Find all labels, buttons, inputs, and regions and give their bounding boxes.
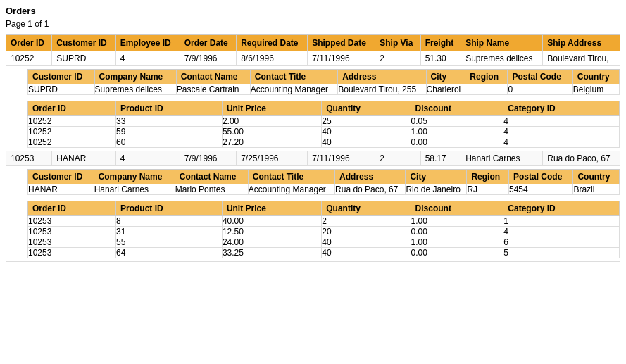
det-product-id: 55 — [115, 237, 222, 248]
det-col-order-id: Order ID — [28, 101, 116, 116]
cust-title: Accounting Manager — [248, 184, 334, 195]
detail-data-row: 10252 60 27.20 40 0.00 4 — [28, 137, 620, 148]
cust-postal: 5454 — [509, 184, 573, 195]
cust-col-city: City — [406, 170, 467, 184]
col-shipped-date: Shipped Date — [308, 35, 375, 51]
cell-freight: 58.17 — [420, 151, 461, 166]
inner-detail: Customer ID Company Name Contact Name Co… — [6, 66, 620, 151]
cell-freight: 51.30 — [420, 51, 461, 66]
cust-address: Boulevard Tirou, 255 — [338, 84, 426, 95]
cust-col-country: Country — [573, 170, 620, 184]
cust-country: Brazil — [573, 184, 620, 195]
cell-order-date: 7/9/1996 — [180, 51, 236, 66]
cust-company: Hanari Carnes — [94, 184, 175, 195]
cell-employee-id: 4 — [115, 51, 180, 66]
cust-postal: 0 — [508, 84, 572, 95]
customer-header-row: Customer ID Company Name Contact Name Co… — [28, 70, 620, 84]
cust-id: HANAR — [28, 184, 94, 195]
col-ship-via: Ship Via — [375, 35, 420, 51]
det-category-id: 4 — [503, 227, 620, 237]
cell-employee-id: 4 — [115, 151, 180, 166]
cust-col-address: Address — [335, 170, 406, 184]
customer-header-row: Customer ID Company Name Contact Name Co… — [28, 170, 620, 184]
customer-sub-table: Customer ID Company Name Contact Name Co… — [27, 69, 620, 95]
cust-col-country: Country — [572, 70, 619, 84]
detail-header-row: Order ID Product ID Unit Price Quantity … — [28, 201, 620, 216]
cust-id: SUPRD — [28, 84, 95, 95]
det-unit-price: 24.00 — [222, 237, 321, 248]
det-unit-price: 27.20 — [222, 137, 321, 148]
cell-order-date: 7/9/1996 — [180, 151, 236, 166]
cust-company: Supremes delices — [94, 84, 176, 95]
cell-required-date: 8/6/1996 — [237, 51, 308, 66]
det-col-category-id: Category ID — [503, 101, 620, 116]
det-category-id: 4 — [503, 137, 620, 148]
cust-city: Rio de Janeiro — [406, 184, 467, 195]
det-category-id: 4 — [503, 127, 620, 137]
det-discount: 0.00 — [411, 227, 503, 237]
cust-col-region: Region — [467, 170, 509, 184]
cust-col-postal: Postal Code — [508, 70, 572, 84]
det-quantity: 40 — [322, 237, 411, 248]
main-table: Order ID Customer ID Employee ID Order D… — [6, 34, 620, 262]
cust-col-company: Company Name — [94, 70, 176, 84]
order-details-sub-table: Order ID Product ID Unit Price Quantity … — [27, 201, 620, 258]
cust-col-id: Customer ID — [28, 70, 95, 84]
det-category-id: 1 — [503, 216, 620, 227]
cust-col-title: Contact Title — [250, 70, 338, 84]
det-col-unit-price: Unit Price — [222, 201, 321, 216]
det-discount: 0.00 — [411, 248, 503, 258]
col-required-date: Required Date — [237, 35, 308, 51]
main-header-row: Order ID Customer ID Employee ID Order D… — [6, 35, 620, 51]
order-details-sub-table: Order ID Product ID Unit Price Quantity … — [27, 101, 620, 148]
orders-container: Order ID Customer ID Employee ID Order D… — [6, 34, 620, 262]
det-col-discount: Discount — [411, 101, 503, 116]
col-ship-address: Ship Address — [543, 35, 620, 51]
det-col-product-id: Product ID — [115, 201, 222, 216]
col-order-id: Order ID — [6, 35, 52, 51]
col-freight: Freight — [420, 35, 461, 51]
cust-address: Rua do Paco, 67 — [335, 184, 406, 195]
detail-data-row: 10253 31 12.50 20 0.00 4 — [28, 227, 620, 237]
cust-col-region: Region — [465, 70, 508, 84]
det-unit-price: 40.00 — [222, 216, 321, 227]
detail-data-row: 10252 59 55.00 40 1.00 4 — [28, 127, 620, 137]
customer-sub-table: Customer ID Company Name Contact Name Co… — [27, 169, 620, 195]
cust-contact: Pascale Cartrain — [176, 84, 250, 95]
detail-data-row: 10253 8 40.00 2 1.00 1 — [28, 216, 620, 227]
det-product-id: 8 — [115, 216, 222, 227]
det-order-id: 10252 — [28, 137, 116, 148]
detail-header-row: Order ID Product ID Unit Price Quantity … — [28, 101, 620, 116]
det-quantity: 40 — [322, 248, 411, 258]
customer-data-row: HANAR Hanari Carnes Mario Pontes Account… — [28, 184, 620, 195]
cell-customer-id: SUPRD — [52, 51, 115, 66]
cust-col-title: Contact Title — [248, 170, 334, 184]
det-col-order-id: Order ID — [28, 201, 116, 216]
det-product-id: 31 — [115, 227, 222, 237]
detail-data-row: 10252 33 2.00 25 0.05 4 — [28, 116, 620, 127]
col-customer-id: Customer ID — [52, 35, 115, 51]
det-quantity: 25 — [322, 116, 411, 127]
cell-order-id: 10253 — [6, 151, 52, 166]
cell-required-date: 7/25/1996 — [237, 151, 308, 166]
cell-customer-id: HANAR — [52, 151, 115, 166]
cell-ship-name: Hanari Carnes — [461, 151, 543, 166]
det-quantity: 2 — [322, 216, 411, 227]
detail-row: Customer ID Company Name Contact Name Co… — [6, 66, 620, 151]
col-order-date: Order Date — [180, 35, 236, 51]
customer-data-row: SUPRD Supremes delices Pascale Cartrain … — [28, 84, 620, 95]
order-row: 10252 SUPRD 4 7/9/1996 8/6/1996 7/11/199… — [6, 51, 620, 66]
cust-city: Charleroi — [426, 84, 465, 95]
cust-col-address: Address — [338, 70, 426, 84]
det-col-category-id: Category ID — [503, 201, 620, 216]
page-title: Orders — [6, 6, 620, 16]
col-ship-name: Ship Name — [461, 35, 543, 51]
detail-cell: Customer ID Company Name Contact Name Co… — [6, 166, 620, 262]
cell-order-id: 10252 — [6, 51, 52, 66]
det-category-id: 4 — [503, 116, 620, 127]
det-col-quantity: Quantity — [322, 101, 411, 116]
cust-col-postal: Postal Code — [509, 170, 573, 184]
det-discount: 1.00 — [411, 127, 503, 137]
det-category-id: 6 — [503, 237, 620, 248]
det-order-id: 10253 — [28, 248, 116, 258]
